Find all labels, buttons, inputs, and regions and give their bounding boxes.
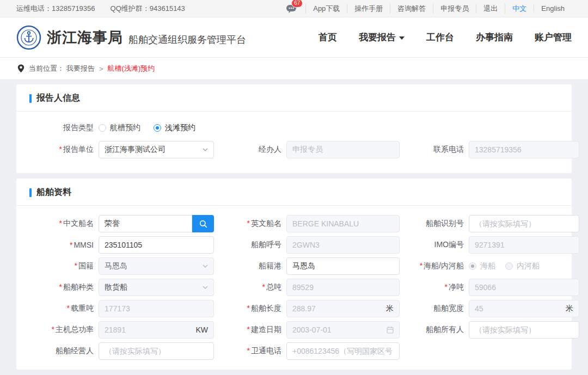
link-manual[interactable]: 操作手册 <box>347 4 390 14</box>
build-date-label: 建造日期 <box>251 325 281 334</box>
chevron-down-icon <box>203 148 208 151</box>
ship-id-input[interactable] <box>469 215 579 232</box>
search-icon <box>199 220 207 228</box>
report-unit-label: 报告单位 <box>63 145 94 153</box>
report-type-field: 报告类型 航槽预约 浅滩预约 <box>29 122 217 133</box>
nationality-label: 国籍 <box>78 261 94 270</box>
nav-guide[interactable]: 办事指南 <box>476 31 513 44</box>
contact-phone-field: 联系电话 <box>400 141 579 158</box>
net-tonnage-input <box>469 279 579 296</box>
reporter-section-title: 报告人信息 <box>36 93 80 104</box>
gross-tonnage-label: 总吨 <box>266 282 281 291</box>
nav-account[interactable]: 账户管理 <box>535 31 572 44</box>
ship-search-button[interactable] <box>192 215 214 232</box>
ship-info-card: 船舶资料 *中文船名 *英文船名 <box>16 179 572 370</box>
meter-unit-suffix: 米 <box>566 304 573 313</box>
sat-phone-input[interactable] <box>286 342 400 360</box>
radio-shoal-label: 浅滩预约 <box>165 123 195 133</box>
radio-shoal-reservation[interactable]: 浅滩预约 <box>154 123 195 133</box>
section-accent-bar <box>29 188 32 197</box>
owner-field: 船舶所有人 <box>400 321 579 339</box>
radio-sea-label: 海船 <box>480 261 495 271</box>
nav-report-label: 我要报告 <box>359 31 396 44</box>
sat-phone-field: *卫通电话 <box>217 342 400 360</box>
build-date-input: 2003-07-01 <box>286 321 400 339</box>
engine-power-input: 21891 KW <box>99 321 214 339</box>
nav-report[interactable]: 我要报告 <box>359 31 405 44</box>
link-logout[interactable]: 退出 <box>476 4 505 14</box>
link-app-download[interactable]: App下载 <box>305 4 347 14</box>
cn-name-input[interactable] <box>99 215 192 232</box>
radio-river-ship: 内河船 <box>505 261 540 271</box>
cn-name-label: 中文船名 <box>63 219 94 228</box>
imo-field: IMO编号 <box>400 236 579 254</box>
imo-label: IMO编号 <box>434 240 464 249</box>
ship-length-label: 船舶长度 <box>251 304 281 312</box>
deadweight-label: 载重吨 <box>71 304 94 312</box>
build-date-field: *建造日期 2003-07-01 <box>217 321 400 339</box>
en-name-label: 英文船名 <box>251 219 281 228</box>
nav-home[interactable]: 首页 <box>318 31 337 44</box>
report-unit-select[interactable]: 浙江海事测试公司 <box>99 141 214 158</box>
imo-input <box>469 236 579 254</box>
messages-button[interactable]: 67 <box>286 4 298 14</box>
ship-width-field: 船舶宽度 45 米 <box>400 300 579 317</box>
breadcrumb-parent[interactable]: 我要报告 <box>66 64 95 73</box>
ship-section-title: 船舶资料 <box>36 187 71 198</box>
registry-port-field: 船籍港 <box>217 257 400 275</box>
registry-port-input[interactable] <box>286 257 400 275</box>
deadweight-input <box>99 300 214 317</box>
sea-river-field: *海船/内河船 海船 内河船 <box>400 257 579 275</box>
ship-id-label: 船舶识别号 <box>426 219 464 228</box>
mmsi-label: MMSI <box>74 241 94 249</box>
notification-badge: 67 <box>291 0 303 8</box>
radio-sea-ship: 海船 <box>469 261 495 271</box>
ship-id-field: 船舶识别号 <box>400 215 579 232</box>
link-consult[interactable]: 咨询解答 <box>390 4 433 14</box>
mmsi-input[interactable] <box>99 236 214 254</box>
radio-river-label: 内河船 <box>517 261 540 271</box>
breadcrumb-separator: > <box>99 65 103 73</box>
chevron-down-icon <box>203 265 208 268</box>
location-pin-icon <box>17 64 24 73</box>
owner-input[interactable] <box>469 321 579 339</box>
callsign-input <box>286 236 400 254</box>
operator-field: 船舶经营人 <box>29 342 217 360</box>
link-lang-chinese[interactable]: 中文 <box>505 4 534 14</box>
operator-input[interactable] <box>99 342 214 360</box>
chevron-down-icon <box>203 286 208 289</box>
contact-phone-input <box>469 141 579 158</box>
engine-power-field: *主机总功率 21891 KW <box>29 321 217 339</box>
nationality-select: 马恩岛 <box>99 257 214 275</box>
main-nav: 首页 我要报告 工作台 办事指南 账户管理 <box>318 31 572 44</box>
radio-disabled-off-icon <box>505 262 513 270</box>
agent-input <box>286 141 400 158</box>
agent-field: 经办人 <box>217 141 400 158</box>
sat-phone-label: 卫通电话 <box>251 346 281 355</box>
breadcrumb-current: 航槽(浅滩)预约 <box>108 64 155 73</box>
nav-workbench[interactable]: 工作台 <box>426 31 454 44</box>
radio-channel-reservation[interactable]: 航槽预约 <box>99 123 140 133</box>
callsign-field: 船舶呼号 <box>217 236 400 254</box>
report-unit-field: *报告单位 浙江海事测试公司 <box>29 141 217 158</box>
top-utility-bar: 运维电话：13285719356 QQ维护群：943615143 67 App下… <box>0 0 588 17</box>
link-lang-english[interactable]: English <box>534 4 572 13</box>
radio-on-icon <box>154 124 161 132</box>
operator-label: 船舶经营人 <box>56 346 94 355</box>
callsign-label: 船舶呼号 <box>251 240 281 249</box>
breadcrumb-prefix: 当前位置： <box>29 64 64 73</box>
section-accent-bar <box>29 94 32 103</box>
ship-width-input: 45 米 <box>469 300 579 317</box>
engine-power-label: 主机总功率 <box>56 325 94 334</box>
link-declare-specialist[interactable]: 申报专员 <box>433 4 476 14</box>
ship-type-select: 散货船 <box>99 279 214 296</box>
owner-label: 船舶所有人 <box>426 325 464 334</box>
header: 浙江海事局 船舶交通组织服务管理平台 首页 我要报告 工作台 办事指南 账户管理 <box>0 17 588 57</box>
meter-unit-suffix: 米 <box>386 304 394 313</box>
deadweight-field: *载重吨 <box>29 300 217 317</box>
sea-river-label: 海船/内河船 <box>424 261 464 270</box>
org-name: 浙江海事局 <box>47 28 123 47</box>
report-type-label: 报告类型 <box>29 123 94 133</box>
msa-logo-icon <box>16 25 41 50</box>
ship-type-label: 船舶种类 <box>63 282 94 291</box>
